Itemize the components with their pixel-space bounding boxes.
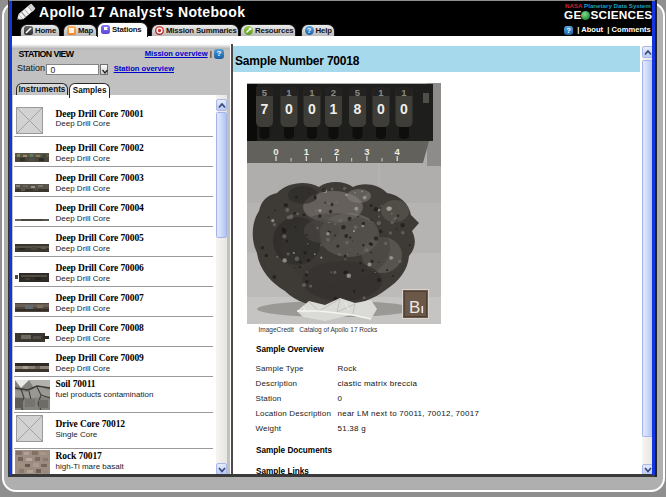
svg-text:0: 0 (377, 101, 385, 117)
svg-text:0: 0 (273, 146, 278, 157)
svg-text:1: 1 (401, 87, 407, 98)
svg-text:4: 4 (395, 146, 401, 157)
svg-text:7: 7 (261, 101, 269, 117)
svg-text:B: B (409, 298, 420, 317)
svg-text:1: 1 (309, 87, 315, 98)
svg-text:0: 0 (308, 101, 316, 117)
svg-text:2: 2 (331, 87, 336, 98)
svg-text:1: 1 (286, 87, 292, 98)
svg-text:2: 2 (334, 146, 339, 157)
svg-text:5: 5 (355, 87, 361, 98)
svg-text:1: 1 (378, 87, 384, 98)
svg-text:8: 8 (354, 101, 362, 117)
svg-text:0: 0 (400, 101, 408, 117)
svg-text:5: 5 (262, 87, 268, 98)
svg-text:1: 1 (330, 101, 338, 117)
svg-text:1: 1 (304, 146, 310, 157)
svg-text:3: 3 (364, 146, 369, 157)
svg-text:0: 0 (285, 101, 293, 117)
